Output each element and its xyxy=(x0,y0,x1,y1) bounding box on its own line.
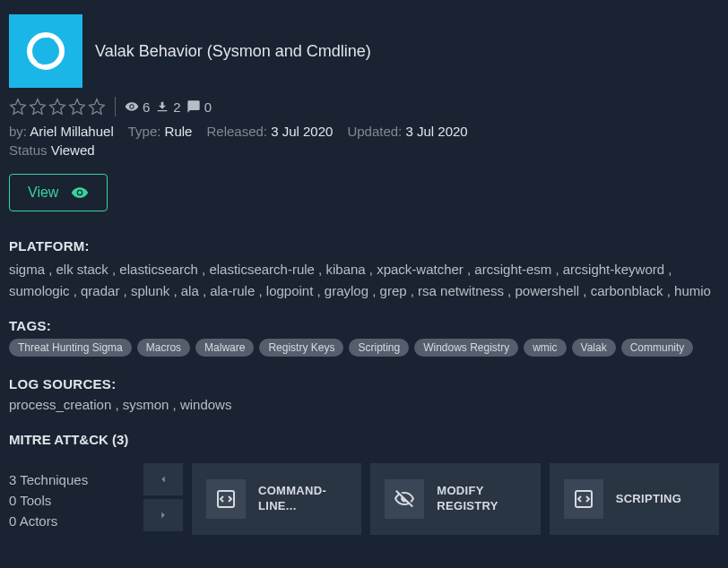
status-label: Status xyxy=(9,142,48,158)
mitre-card[interactable]: COMMAND-LINE... xyxy=(192,463,361,535)
mitre-techniques-count: 3 Techniques xyxy=(9,472,134,487)
star-icon xyxy=(88,98,106,116)
mitre-card-label: MODIFY REGISTRY xyxy=(437,484,525,514)
star-icon xyxy=(9,98,27,116)
by-label: by: xyxy=(9,124,27,139)
mitre-actors-count: 0 Actors xyxy=(9,513,134,529)
updated-value: 3 Jul 2020 xyxy=(405,124,467,139)
code-icon xyxy=(564,479,603,519)
status-value: Viewed xyxy=(51,142,95,158)
tag-pill[interactable]: Windows Registry xyxy=(414,339,518,357)
star-icon xyxy=(68,98,86,116)
released-value: 3 Jul 2020 xyxy=(271,124,333,139)
mitre-card-label: COMMAND-LINE... xyxy=(258,484,347,514)
chevron-left-icon xyxy=(157,473,169,486)
updated-label: Updated: xyxy=(347,124,402,139)
tag-pill[interactable]: Macros xyxy=(137,339,190,357)
eye-off-icon xyxy=(385,479,424,519)
mitre-title: MITRE ATT&CK (3) xyxy=(9,432,719,447)
rating-stars[interactable] xyxy=(9,98,106,116)
carousel-prev-button[interactable] xyxy=(143,463,183,495)
chevron-right-icon xyxy=(157,509,169,521)
tag-pill[interactable]: wmic xyxy=(524,339,566,357)
log-sources-label: LOG SOURCES: xyxy=(9,376,719,392)
tags-row: Threat Hunting SigmaMacrosMalwareRegistr… xyxy=(9,339,719,357)
download-icon xyxy=(155,99,169,114)
divider xyxy=(115,97,116,116)
page-title: Valak Behavior (Sysmon and Cmdline) xyxy=(95,42,371,61)
comments-stat: 0 xyxy=(186,99,212,115)
comment-icon xyxy=(186,99,201,114)
eye-icon xyxy=(125,99,139,114)
tag-pill[interactable]: Valak xyxy=(572,339,616,357)
tag-pill[interactable]: Registry Keys xyxy=(259,339,343,357)
released-label: Released: xyxy=(206,124,267,139)
downloads-stat: 2 xyxy=(155,99,180,115)
mitre-card[interactable]: SCRIPTING xyxy=(550,463,719,535)
view-button[interactable]: View xyxy=(9,174,108,211)
tag-pill[interactable]: Malware xyxy=(195,339,254,357)
tag-pill[interactable]: Community xyxy=(621,339,694,357)
mitre-card[interactable]: MODIFY REGISTRY xyxy=(370,463,540,535)
type-label: Type: xyxy=(128,124,161,139)
view-button-label: View xyxy=(28,185,58,201)
eye-icon xyxy=(71,184,89,202)
star-icon xyxy=(29,98,47,116)
mitre-card-label: SCRIPTING xyxy=(616,492,681,507)
tag-pill[interactable]: Scripting xyxy=(349,339,409,357)
platform-label: PLATFORM: xyxy=(9,238,719,254)
rule-logo xyxy=(9,14,82,88)
code-icon xyxy=(206,479,246,519)
tags-label: TAGS: xyxy=(9,318,719,333)
star-icon xyxy=(48,98,66,116)
mitre-tools-count: 0 Tools xyxy=(9,493,134,508)
views-stat: 6 xyxy=(125,99,150,115)
carousel-next-button[interactable] xyxy=(143,499,183,531)
type-value: Rule xyxy=(165,124,193,139)
platform-list: sigma , elk stack , elasticsearch , elas… xyxy=(9,259,719,302)
author-link[interactable]: Ariel Millahuel xyxy=(30,124,113,139)
log-sources-list: process_creation , sysmon , windows xyxy=(9,397,719,412)
tag-pill[interactable]: Threat Hunting Sigma xyxy=(9,339,132,357)
